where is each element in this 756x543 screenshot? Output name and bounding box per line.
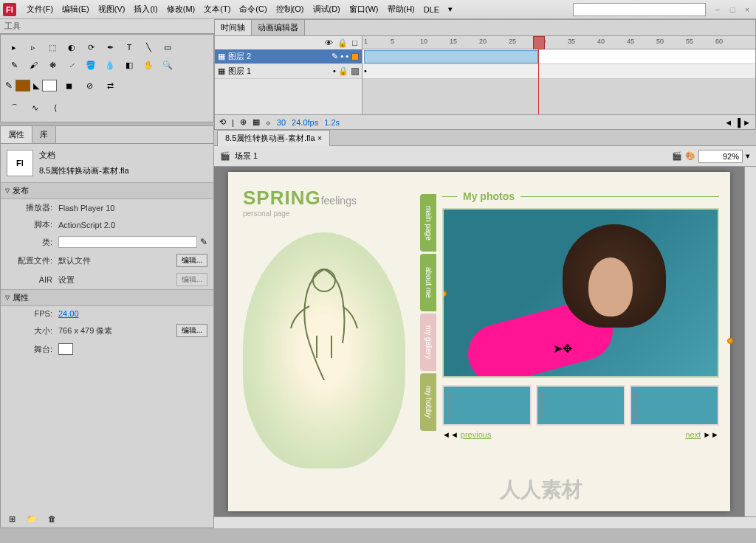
tab-library[interactable]: 库 [32,126,56,143]
menu-view[interactable]: 视图(V) [94,1,130,18]
vertical-scrollbar[interactable] [744,167,756,516]
transform-handle[interactable] [727,338,733,344]
straighten-tool[interactable]: ⟨ [47,100,64,116]
lasso-tool[interactable]: ◐ [63,39,80,55]
menu-modify[interactable]: 修改(M) [162,1,200,18]
edit-symbols-icon[interactable]: 🎨 [685,151,695,161]
scene-label[interactable]: 场景 1 [235,151,258,162]
edit-scene-icon[interactable]: 🎬 [672,151,682,161]
timeline-frames[interactable]: 1 5 10 15 20 25 30 35 40 45 50 55 60 [362,36,755,114]
zoom-input[interactable] [698,150,743,163]
frame-rate[interactable]: 24.0fps [292,118,318,127]
bw-swap[interactable]: ◼ [60,77,78,94]
search-input[interactable] [573,3,706,16]
onion-all-icon[interactable]: ⟐ [266,118,271,127]
stroke-color[interactable] [16,80,30,91]
tween-span[interactable] [364,50,538,63]
snap-tool[interactable]: ⌒ [5,100,23,116]
current-frame[interactable]: 30 [277,118,286,127]
bone-tool[interactable]: ⟋ [63,57,80,73]
layer-2[interactable]: ▦图层 2✎ • • [215,49,362,64]
nav-about-me[interactable]: about me [420,254,436,311]
horizontal-scrollbar[interactable] [214,516,756,528]
maximize-button[interactable]: □ [726,4,738,15]
menu-file[interactable]: 文件(F) [22,1,58,18]
profile-edit-button[interactable]: 编辑... [176,254,207,267]
menu-edit[interactable]: 编辑(E) [58,1,94,18]
doc-name: 8.5属性转换动画-素材.fla [39,165,129,176]
class-input[interactable] [58,236,197,248]
script-label: 脚本: [7,219,58,230]
subselection-tool[interactable]: ▹ [24,39,42,55]
text-tool[interactable]: T [120,39,138,55]
stage-color[interactable] [58,343,73,355]
delete-layer-button[interactable]: 🗑 [43,511,61,527]
onion-skin-icon[interactable]: ⟲ [219,117,226,127]
rectangle-tool[interactable]: ▭ [159,39,176,55]
size-label: 大小: [7,325,58,336]
stage-area[interactable]: SPRINGfeelings personal page main page a… [214,167,744,516]
new-layer-button[interactable]: ⊞ [3,511,21,527]
section-properties[interactable]: 属性 [1,289,213,306]
tab-properties[interactable]: 属性 [1,126,32,143]
size-edit-button[interactable]: 编辑... [176,324,207,337]
hand-tool[interactable]: ✋ [140,57,157,73]
tab-timeline[interactable]: 时间轴 [215,20,252,35]
line-tool[interactable]: ╲ [140,39,157,55]
main-photo[interactable] [442,208,719,378]
menu-commands[interactable]: 命令(C) [235,1,271,18]
menu-help[interactable]: 帮助(H) [383,1,419,18]
script-value: ActionScript 2.0 [58,221,115,229]
transform-handle[interactable] [442,291,447,297]
free-transform-tool[interactable]: ⬚ [44,39,61,55]
smooth-tool[interactable]: ∿ [26,100,44,116]
pencil-tool[interactable]: ✎ [5,57,23,73]
menu-overflow-icon[interactable]: ▾ [448,4,453,14]
prev-link[interactable]: previous [461,430,492,439]
menu-dle[interactable]: DLE [419,2,444,17]
menu-window[interactable]: 窗口(W) [345,1,383,18]
menu-control[interactable]: 控制(O) [272,1,309,18]
next-link[interactable]: next [685,430,701,439]
center-frame-icon[interactable]: ⊕ [240,117,247,127]
zoom-dropdown-icon[interactable]: ▾ [746,151,750,161]
no-color[interactable]: ⊘ [80,77,98,94]
eraser-tool[interactable]: ◧ [120,57,138,73]
close-tab-icon[interactable]: × [317,134,322,142]
section-publish[interactable]: 发布 [1,182,213,199]
playhead[interactable] [538,36,539,114]
fill-color[interactable] [42,80,57,91]
paint-bucket-tool[interactable]: 🪣 [82,57,100,73]
thumbnail-2[interactable]: view more [536,385,625,426]
fps-value[interactable]: 24.00 [58,309,79,318]
new-folder-button[interactable]: 📁 [23,511,41,527]
menu-text[interactable]: 文本(T) [199,1,235,18]
outline-icon[interactable]: □ [352,38,357,47]
deco-tool[interactable]: ❋ [44,57,61,73]
nav-main-page[interactable]: main page [420,194,436,252]
3d-rotation-tool[interactable]: ⟳ [82,39,100,55]
edit-class-icon[interactable]: ✎ [200,237,207,247]
lock-icon[interactable]: 🔒 [337,38,348,48]
profile-value: 默认文件 [58,255,91,266]
thumbnail-1[interactable]: view more [442,385,532,426]
swap-colors[interactable]: ⇄ [101,77,119,94]
nav-my-gallery[interactable]: my gallery [420,314,436,371]
selection-tool[interactable]: ▸ [5,39,23,55]
layer-1[interactable]: ▦图层 1• 🔒 [215,64,362,79]
pen-tool[interactable]: ✒ [101,39,119,55]
thumbnail-3[interactable]: view more [630,385,719,426]
minimize-button[interactable]: − [712,4,724,15]
zoom-tool[interactable]: 🔍 [159,57,176,73]
tab-motion-editor[interactable]: 动画编辑器 [252,20,305,35]
eye-icon[interactable]: 👁 [325,38,333,47]
document-tab[interactable]: 8.5属性转换动画-素材.fla × [217,130,330,146]
brush-tool[interactable]: 🖌 [24,57,42,73]
loop-icon[interactable]: ▦ [252,117,260,127]
eyedropper-tool[interactable]: 💧 [101,57,119,73]
timeline-scroll[interactable]: ◄ ▐ ► [724,118,751,127]
close-button[interactable]: × [741,4,753,15]
menu-insert[interactable]: 插入(I) [129,1,162,18]
nav-my-hobby[interactable]: my hobby [420,373,436,431]
menu-debug[interactable]: 调试(D) [309,1,345,18]
